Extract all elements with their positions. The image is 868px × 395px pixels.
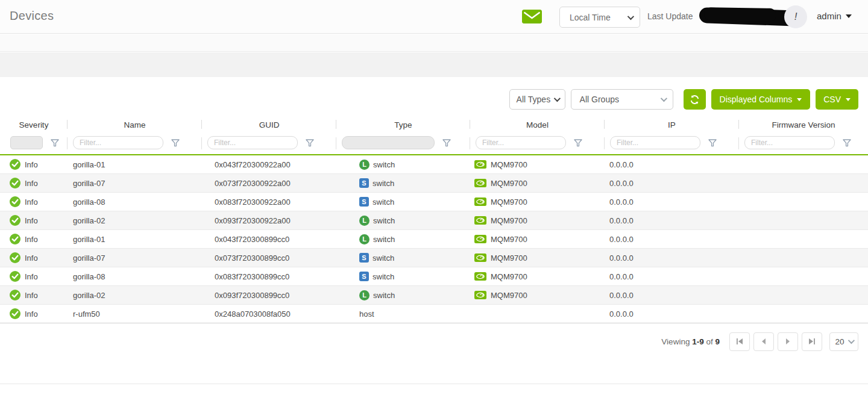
cell-firmware [739,211,868,229]
filter-funnel-icon[interactable] [843,139,851,147]
previous-page-icon [761,338,766,344]
filter-select-type[interactable] [342,136,435,149]
cell-model-wrap: MQM9700 [470,267,605,285]
info-severity-icon [10,178,20,188]
caret-down-icon [846,14,852,18]
table-row[interactable]: Infogorilla-080x083f720300922a00Sswitch … [0,193,868,211]
cell-severity: Info [0,193,68,211]
table-row[interactable]: Infor-ufm500x248a0703008fa050host0.0.0.0 [0,305,868,323]
cell-guid: 0x083f720300922a00 [202,193,336,211]
table-row[interactable]: Infogorilla-080x083f720300899cc0Sswitch … [0,267,868,286]
displayed-columns-button[interactable]: Displayed Columns [711,89,811,110]
nvidia-logo-icon [474,235,486,243]
filter-select-severity[interactable] [10,136,43,149]
cell-severity: Info [0,249,68,267]
cell-type: Sswitch [336,193,470,211]
nvidia-logo-icon [474,272,486,281]
filter-cell-ip [605,131,739,154]
table-row[interactable]: Infogorilla-020x093f720300922a00Lswitch … [0,211,868,230]
chevron-down-icon [848,337,854,344]
cell-firmware [739,174,868,192]
previous-page-button[interactable] [753,332,774,351]
column-header-type[interactable]: Type [336,118,470,131]
spine-badge-icon: S [359,197,369,207]
cell-severity: Info [0,155,68,173]
cell-name: gorilla-01 [68,230,202,248]
cell-model-wrap: MQM9700 [470,193,605,211]
chevron-down-icon [627,13,634,19]
filter-funnel-icon[interactable] [171,139,180,147]
filter-cell-type [336,131,470,154]
group-filter-select[interactable]: All Groups [571,89,673,110]
cell-model-wrap: MQM9700 [470,230,605,248]
filter-funnel-icon[interactable] [306,139,314,147]
filter-funnel-icon[interactable] [442,139,451,147]
table-row[interactable]: Infogorilla-020x093f720300899cc0Lswitch … [0,286,868,305]
cell-model: MQM9700 [491,160,527,169]
timezone-select[interactable]: Local Time [559,7,640,28]
page-size-select[interactable]: 20 [829,332,858,351]
leaf-badge-icon: L [359,234,370,244]
filter-input-model[interactable] [476,136,566,149]
nvidia-logo-icon [474,253,486,262]
cell-name: r-ufm50 [68,305,202,323]
info-severity-icon [10,215,20,226]
filter-input-ip[interactable] [610,136,700,149]
user-menu[interactable]: admin [817,11,852,21]
table-row[interactable]: Infogorilla-070x073f720300922a00Sswitch … [0,174,868,193]
last-page-icon [808,338,816,345]
cell-type: Lswitch [336,230,470,248]
cell-ip: 0.0.0.0 [605,155,739,173]
filter-funnel-icon[interactable] [708,139,717,147]
table-row[interactable]: Infogorilla-010x043f720300922a00Lswitch … [0,155,868,174]
column-header-model[interactable]: Model [470,118,605,131]
cell-severity: Info [0,286,68,304]
nvidia-logo-icon [474,179,486,187]
cell-name: gorilla-02 [68,286,202,304]
help-avatar-icon[interactable]: ! [784,5,807,28]
cell-guid: 0x248a0703008fa050 [202,305,336,323]
column-header-firmware-version[interactable]: Firmware Version [739,118,868,131]
table-row[interactable]: Infogorilla-070x073f720300899cc0Sswitch … [0,249,868,267]
cell-model: MQM9700 [491,179,527,188]
first-page-button[interactable] [729,332,750,351]
column-header-name[interactable]: Name [68,118,202,131]
filter-input-guid[interactable] [207,136,298,149]
cell-severity: Info [0,174,68,192]
nvidia-logo-icon [474,216,486,225]
next-page-button[interactable] [778,332,798,351]
info-severity-icon [10,290,20,300]
cell-ip: 0.0.0.0 [605,286,739,304]
mail-icon[interactable] [522,10,542,23]
filter-cell-model [470,131,605,154]
top-bar: Devices Local Time Last Update ! admin [0,0,868,34]
cell-type: Sswitch [336,267,470,285]
cell-ip: 0.0.0.0 [605,230,739,248]
devices-table: SeverityNameGUIDTypeModelIPFirmware Vers… [0,118,868,323]
last-page-button[interactable] [802,332,822,351]
filter-funnel-icon[interactable] [51,139,59,147]
filter-input-name[interactable] [73,136,163,149]
refresh-button[interactable] [684,89,706,110]
type-filter-value: All Types [517,95,551,104]
column-header-guid[interactable]: GUID [202,118,336,131]
cell-firmware [739,305,868,323]
cell-model-wrap: MQM9700 [470,211,605,229]
cell-type: Lswitch [336,211,470,229]
cell-severity: Info [0,211,68,229]
column-header-ip[interactable]: IP [605,118,739,131]
type-filter-select[interactable]: All Types [509,89,565,110]
filter-funnel-icon[interactable] [574,139,582,147]
caret-down-icon [797,98,802,101]
column-header-severity[interactable]: Severity [0,118,68,131]
group-filter-value: All Groups [580,95,619,104]
cell-ip: 0.0.0.0 [605,305,739,323]
cell-severity: Info [0,267,68,285]
info-severity-icon [10,234,20,244]
csv-button[interactable]: CSV [816,89,858,110]
cell-name: gorilla-07 [68,249,202,267]
table-row[interactable]: Infogorilla-010x043f720300899cc0Lswitch … [0,230,868,249]
cell-firmware [739,249,868,267]
filter-input-firmware-version[interactable] [744,136,835,149]
cell-model-wrap: MQM9700 [470,174,605,192]
